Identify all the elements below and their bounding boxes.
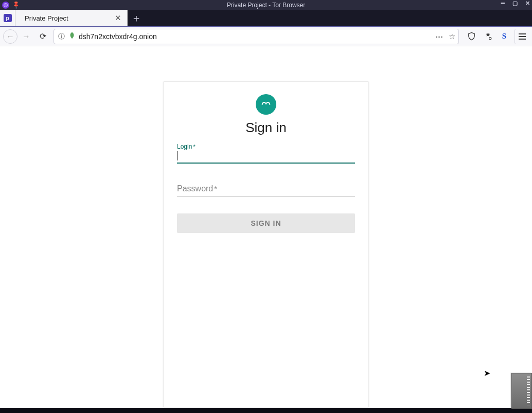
onion-security-icon	[68, 32, 76, 41]
window-title: Private Project - Tor Browser	[227, 2, 306, 9]
window-maximize-button[interactable]: ▢	[511, 0, 519, 7]
signin-button[interactable]: SIGN IN	[177, 213, 355, 233]
app-logo-icon	[256, 94, 276, 115]
signin-card: Sign in Login* Password* SIGN IN	[163, 81, 369, 408]
tor-onion-icon	[2, 2, 9, 9]
os-taskbar	[0, 408, 532, 413]
window-titlebar: 📌 Private Project - Tor Browser ━ ▢ ✕	[0, 0, 532, 10]
app-menu-button[interactable]	[515, 29, 529, 44]
tab-strip: p Private Project ✕ ＋	[0, 10, 532, 27]
tab-close-icon[interactable]: ✕	[114, 13, 122, 23]
new-identity-icon[interactable]	[481, 29, 495, 44]
side-widget[interactable]	[511, 373, 532, 409]
password-field[interactable]: Password*	[177, 184, 355, 197]
url-bar[interactable]: ⓘ	[54, 29, 459, 44]
signin-heading: Sign in	[245, 120, 287, 136]
pin-icon: 📌	[11, 0, 21, 10]
noscript-icon[interactable]: S	[497, 29, 511, 44]
nav-reload-button[interactable]: ⟳	[35, 29, 50, 44]
login-input[interactable]	[177, 150, 355, 163]
mouse-cursor-icon: ➤	[484, 368, 490, 378]
svg-point-0	[489, 38, 491, 40]
window-close-button[interactable]: ✕	[524, 0, 531, 7]
pinned-tab-favicon: p	[4, 14, 12, 22]
url-input[interactable]	[79, 32, 432, 41]
login-field[interactable]: Login*	[177, 150, 355, 164]
new-tab-button[interactable]: ＋	[128, 10, 145, 26]
site-info-icon[interactable]: ⓘ	[57, 32, 65, 41]
tab-active[interactable]: Private Project ✕	[15, 10, 128, 26]
shield-icon[interactable]	[464, 29, 478, 44]
nav-forward-button[interactable]: →	[19, 29, 34, 44]
text-caret	[178, 151, 178, 160]
window-minimize-button[interactable]: ━	[499, 0, 506, 7]
bookmark-star-icon[interactable]	[449, 32, 455, 41]
tab-title: Private Project	[25, 14, 114, 22]
hamburger-icon	[519, 33, 526, 40]
browser-toolbar: ← → ⟳ ⓘ S	[0, 27, 532, 46]
page-actions-icon[interactable]	[435, 32, 444, 41]
password-input[interactable]	[177, 184, 355, 196]
tab-pinned[interactable]: p	[0, 10, 15, 26]
login-label: Login*	[177, 143, 196, 150]
nav-back-button[interactable]: ←	[3, 29, 17, 44]
page-content: Sign in Login* Password* SIGN IN ➤	[0, 46, 532, 408]
